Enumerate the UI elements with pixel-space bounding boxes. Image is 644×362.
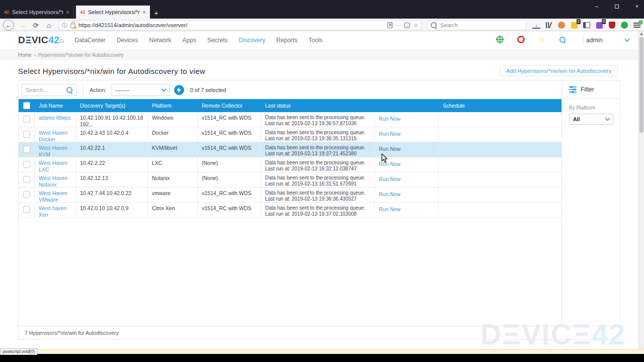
reload-button[interactable]: ⟳	[30, 20, 41, 31]
table-row: West Haven Nutanix 10.42.12.13 Nutanix (…	[19, 172, 561, 188]
ublock-shield-icon[interactable]	[608, 21, 616, 29]
row-checkbox[interactable]	[23, 116, 30, 123]
row-checkbox[interactable]	[23, 146, 30, 153]
job-link[interactable]: West Haven LXC	[39, 160, 67, 172]
close-button[interactable]: ×	[634, 3, 640, 9]
tab-close-icon[interactable]: ×	[66, 9, 69, 15]
site-info-icon[interactable]: ⓘ	[62, 22, 67, 29]
row-checkbox[interactable]	[23, 206, 30, 213]
platform-filter-select[interactable]: All	[569, 114, 613, 125]
url-bar[interactable]: ⓘ https://d421514/admin/autodiscover/vse…	[58, 20, 422, 30]
add-hypervisors-button[interactable]: Add Hypervisors/*nix/win for Autodiscove…	[500, 65, 618, 76]
favorites-star-icon[interactable]: ☆	[538, 36, 545, 43]
row-checkbox[interactable]	[23, 161, 30, 168]
extension-orange-icon[interactable]	[557, 21, 566, 29]
new-tab-button[interactable]: +	[154, 9, 158, 17]
nav-item-apps[interactable]: Apps	[183, 37, 196, 44]
menu-hamburger-icon[interactable]: ↑	[633, 21, 641, 29]
platform-cell: Windows	[148, 112, 198, 127]
run-now-link[interactable]: Run Now	[379, 146, 400, 152]
help-lifebuoy-icon[interactable]	[517, 36, 525, 43]
minimize-button[interactable]: –	[594, 3, 600, 9]
nav-item-network[interactable]: Network	[149, 37, 172, 44]
search-icon	[430, 22, 437, 29]
run-action-button[interactable]	[174, 85, 184, 95]
row-checkbox[interactable]	[23, 191, 30, 198]
restore-icon	[615, 5, 619, 9]
job-link[interactable]: West Haven VMware	[39, 190, 67, 202]
globe-icon[interactable]	[496, 36, 504, 43]
url-text[interactable]: https://d421514/admin/autodiscover/vserv…	[78, 22, 384, 28]
page-actions-icon[interactable]: ⋯	[395, 22, 401, 29]
action-select[interactable]: --------	[111, 84, 170, 96]
job-link[interactable]: West Haven KVM	[39, 145, 67, 157]
platform-cell: vmware	[148, 188, 198, 202]
col-status[interactable]: Last status	[261, 99, 375, 112]
vertical-scrollbar[interactable]: ▲ ▼	[638, 31, 644, 353]
forward-button[interactable]: →	[17, 20, 28, 31]
select-all-checkbox[interactable]	[23, 102, 30, 109]
col-collector[interactable]: Remote Collector	[198, 99, 261, 112]
action-value: --------	[115, 87, 130, 93]
col-targets[interactable]: Discovery Target(s)	[76, 99, 148, 112]
home-button[interactable]: ⌂	[43, 20, 54, 31]
ghostery-badge: 0	[602, 19, 606, 24]
extension-green-icon[interactable]	[620, 21, 628, 29]
col-platform[interactable]: Platform	[148, 99, 198, 112]
platform-cell: KVM/libvirt	[148, 142, 198, 157]
reader-mode-icon[interactable]	[387, 22, 392, 28]
browser-tab-active[interactable]: 42 Select Hypervisors/*nix/win for ×	[76, 6, 150, 19]
list-search-input[interactable]: Search...	[22, 84, 77, 96]
pocket-icon[interactable]: ⌄	[404, 23, 410, 28]
nav-home-icon[interactable]: ⌂	[59, 36, 63, 44]
col-schedule[interactable]: Schedule	[439, 99, 561, 112]
ghostery-extension-icon[interactable]: 0	[595, 21, 603, 29]
nav-item-datacenter[interactable]: DataCenter	[74, 37, 105, 44]
run-now-link[interactable]: Run Now	[379, 116, 400, 122]
list-footer: 7 Hypervisors/*nix/win for Autodiscovery	[19, 326, 620, 339]
nav-item-reports[interactable]: Reports	[276, 37, 297, 44]
sidebar-toggle-icon[interactable]	[583, 21, 591, 29]
device42-logo[interactable]: DΞVIC42	[18, 35, 59, 46]
scroll-up-icon[interactable]: ▲	[639, 32, 644, 36]
run-now-link[interactable]: Run Now	[379, 206, 400, 212]
filter-sliders-icon	[569, 86, 577, 93]
nav-item-devices[interactable]: Devices	[117, 37, 138, 44]
collector-cell: v1514_RC with WDS	[198, 203, 261, 217]
bookmark-star-icon[interactable]: ☆	[413, 22, 418, 29]
run-now-link[interactable]: Run Now	[379, 131, 400, 137]
notes-extension-icon[interactable]: 2	[570, 21, 578, 29]
scrollbar-thumb[interactable]	[639, 37, 643, 133]
user-menu[interactable]: admin	[586, 31, 629, 49]
nav-item-discovery[interactable]: Discovery	[239, 37, 266, 44]
collector-cell: v1514_RC with WDS	[198, 142, 261, 157]
breadcrumb-home-link[interactable]: Home	[18, 52, 32, 58]
row-checkbox[interactable]	[23, 131, 30, 138]
library-icon[interactable]	[545, 21, 553, 29]
app-search-icon[interactable]	[559, 36, 566, 43]
list-search-icon[interactable]	[66, 86, 73, 94]
run-now-link[interactable]: Run Now	[379, 161, 400, 167]
job-link[interactable]: West Haven Docker	[39, 130, 67, 142]
restore-button[interactable]	[614, 3, 620, 9]
tab-close-icon[interactable]: ×	[143, 9, 146, 15]
favicon-device42: 42	[4, 10, 9, 15]
browser-tab-background[interactable]: 42 Select Hypervisors/*nix/win fo ×	[0, 6, 74, 19]
downloads-icon[interactable]: ↓	[532, 22, 540, 29]
row-checkbox[interactable]	[23, 176, 30, 183]
browser-search-input[interactable]: Search	[427, 20, 526, 30]
nav-item-tools[interactable]: Tools	[308, 37, 323, 44]
job-link[interactable]: West Haven Nutanix	[39, 175, 67, 187]
list-main: Search... Action: -------- 0 of 7 select…	[19, 80, 561, 326]
table-row: adams littlepc 10.42.100.91 10.42.100.18…	[19, 112, 561, 127]
nav-item-secrets[interactable]: Secrets	[207, 37, 228, 44]
status-link-tooltip: javascript:void(0)	[0, 348, 37, 355]
platform-cell: Citrix Xen	[148, 203, 198, 217]
run-now-link[interactable]: Run Now	[379, 176, 400, 182]
col-job-name[interactable]: Job Name	[35, 99, 76, 112]
run-now-link[interactable]: Run Now	[379, 191, 400, 197]
back-button[interactable]: ←	[3, 20, 14, 31]
job-link[interactable]: adams littlepc	[39, 115, 71, 121]
insecure-lock-icon[interactable]	[70, 24, 75, 28]
job-link[interactable]: West haven Xen	[39, 205, 66, 217]
